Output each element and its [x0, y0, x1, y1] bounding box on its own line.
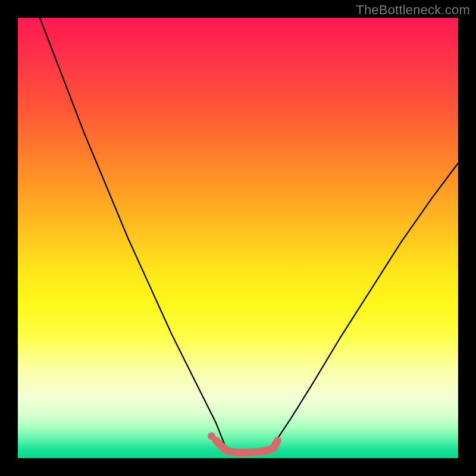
- left-curve: [40, 18, 225, 445]
- plot-area: [18, 18, 458, 458]
- bottom-segment: [216, 440, 278, 452]
- right-curve: [273, 163, 458, 445]
- chart-frame: TheBottleneck.com: [0, 0, 476, 476]
- left-end-dot: [208, 433, 215, 440]
- watermark-label: TheBottleneck.com: [356, 2, 470, 18]
- curves-layer: [18, 18, 458, 458]
